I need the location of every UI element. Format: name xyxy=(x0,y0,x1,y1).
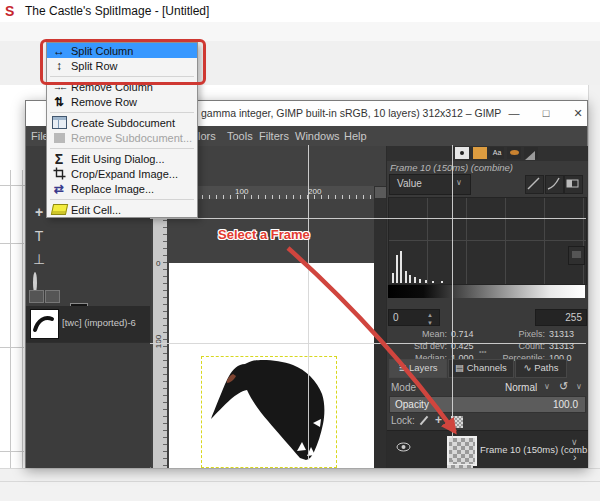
range-high-input[interactable]: 255 xyxy=(535,309,587,326)
image-thumbnail-panel: [twc] (imported)-6 xyxy=(26,306,150,342)
app-title: The Castle's SplitImage - [Untitled] xyxy=(25,4,209,18)
stat-label: Pixels: xyxy=(485,329,545,339)
tab-channels-label: Channels xyxy=(467,362,507,373)
tab-layers[interactable]: ≣ Layers xyxy=(389,359,447,378)
tab-channels[interactable]: ▤ Channels xyxy=(448,359,514,378)
crop-icon xyxy=(47,167,71,180)
histogram-tab-icon[interactable] xyxy=(524,147,538,159)
guide-line-horizontal xyxy=(150,218,586,219)
grid-line xyxy=(0,243,24,244)
remove-row-icon: ⇅ xyxy=(47,95,71,109)
minimize-icon[interactable]: — xyxy=(502,101,526,126)
histogram-bar xyxy=(419,279,421,283)
layer-list: Frame 10 (150ms) (comb ∨ › xyxy=(387,430,588,468)
panel-handle-icon[interactable]: ••• xyxy=(479,348,486,355)
menu-item-crop-expand-image[interactable]: Crop/Expand Image... xyxy=(47,166,197,181)
mode-value[interactable]: Normal xyxy=(505,382,537,393)
opacity-label: Opacity xyxy=(395,399,429,410)
guide-line-vertical xyxy=(452,145,453,460)
close-icon[interactable]: ✕ xyxy=(566,101,590,126)
transform-tool-icon[interactable]: T xyxy=(30,228,48,244)
align-tool-icon[interactable]: ⊥ xyxy=(30,251,48,267)
compact-view-icon[interactable] xyxy=(564,175,583,194)
opacity-slider[interactable]: Opacity 100.0 xyxy=(389,396,586,413)
log-histogram-icon[interactable] xyxy=(545,175,564,194)
colors-tab-icon[interactable] xyxy=(473,147,487,159)
histogram-bar xyxy=(392,273,394,283)
bird-image xyxy=(204,359,331,460)
gimp-menu-filters[interactable]: Filters xyxy=(259,130,289,142)
linear-histogram-icon[interactable] xyxy=(525,175,544,194)
channel-select[interactable]: Value ∨ xyxy=(389,174,471,195)
ruler-label: 100 xyxy=(235,187,248,196)
tool-options-empty xyxy=(26,342,150,468)
canvas-right-strip xyxy=(374,186,386,468)
tab-layers-label: Layers xyxy=(409,362,438,373)
menu-item-edit-using-dialog[interactable]: Σ Edit Using Dialog... xyxy=(47,151,197,166)
fonts-tab-icon[interactable]: Aa xyxy=(490,147,504,159)
create-subdocument-icon xyxy=(47,116,71,129)
paths-tab-icon: ∿ xyxy=(524,362,532,373)
expand-right-icon[interactable]: › xyxy=(573,451,577,463)
menu-separator xyxy=(47,109,197,115)
range-low-input[interactable]: 0 ▲ ▼ xyxy=(388,309,440,326)
histogram-bar xyxy=(409,275,411,283)
menu-item-remove-row[interactable]: ⇅ Remove Row xyxy=(47,94,197,109)
tool-option-icon[interactable] xyxy=(29,290,44,303)
ruler-label: 100 xyxy=(154,335,163,348)
lock-position-icon[interactable]: + xyxy=(435,413,442,427)
ruler-label: 200 xyxy=(308,187,321,196)
remove-subdocument-icon xyxy=(47,133,71,143)
menu-item-create-subdocument[interactable]: Create Subdocument xyxy=(47,115,197,130)
vertical-scrollbar[interactable]: ▲ ▼ xyxy=(588,85,600,468)
histogram-bar xyxy=(414,277,416,283)
tab-paths[interactable]: ∿ Paths xyxy=(515,359,567,378)
app-logo-icon: S xyxy=(5,3,14,19)
pointer-tab-icon[interactable] xyxy=(455,147,469,159)
status-bar: ◢ xyxy=(0,481,600,501)
image-thumbnail-label: [twc] (imported)-6 xyxy=(62,317,136,328)
annotation-highlight-box xyxy=(40,39,206,85)
gimp-menu-help[interactable]: Help xyxy=(344,130,367,142)
horizontal-scrollbar[interactable]: ◀ ▶ xyxy=(0,468,600,482)
stat-value: 31313 xyxy=(549,329,574,339)
brushes-tab-icon[interactable] xyxy=(507,147,521,159)
menu-separator xyxy=(47,145,197,151)
menu-item-edit-cell[interactable]: Edit Cell... xyxy=(47,202,197,217)
horizontal-ruler: 100 200 xyxy=(167,186,386,199)
opacity-value: 100.0 xyxy=(553,399,578,410)
range-high-value: 255 xyxy=(565,312,586,323)
lock-pixels-icon[interactable] xyxy=(420,416,429,426)
channels-tab-icon: ▤ xyxy=(455,362,464,373)
dock-tab-icons: Aa xyxy=(387,146,588,161)
tab-paths-label: Paths xyxy=(534,362,558,373)
zoom-button-icon[interactable] xyxy=(375,187,386,198)
image-thumbnail[interactable] xyxy=(30,309,59,339)
grid-line xyxy=(0,451,24,452)
scroll-down-icon[interactable]: ∨ xyxy=(571,437,578,447)
reset-icon[interactable]: ↺ xyxy=(559,380,568,393)
tool-option-icon[interactable] xyxy=(45,290,60,303)
menu-item-label: Edit Using Dialog... xyxy=(71,153,165,165)
menu-item-label: Replace Image... xyxy=(71,183,154,195)
histogram-gradient xyxy=(388,285,585,298)
ruler-label: 0 xyxy=(156,259,160,268)
vertical-ruler: 0 100 xyxy=(153,199,167,468)
chevron-down-icon[interactable]: ∨ xyxy=(544,382,550,391)
layer-thumbnail-partial[interactable] xyxy=(447,465,473,468)
channel-select-value: Value xyxy=(397,178,422,189)
menu-item-remove-subdocument: Remove Subdocument... xyxy=(47,130,197,145)
maximize-icon[interactable]: □ xyxy=(534,101,558,126)
range-low-value: 0 xyxy=(389,312,399,323)
menu-item-label: Create Subdocument xyxy=(71,117,175,129)
gimp-menu-tools[interactable]: Tools xyxy=(227,130,253,142)
guide-line-vertical xyxy=(308,145,309,460)
dock-collapse-icon[interactable] xyxy=(568,246,585,265)
chevron-down-icon[interactable]: ∨ xyxy=(576,382,582,391)
guide-line-horizontal xyxy=(150,343,586,344)
menu-item-replace-image[interactable]: ⇄ Replace Image... xyxy=(47,181,197,196)
eye-icon[interactable] xyxy=(396,442,411,452)
histogram-bar xyxy=(396,255,398,283)
gimp-menu-windows[interactable]: Windows xyxy=(295,130,340,142)
gimp-right-dock: Aa Frame 10 (150ms) (combine) Value ∨ xyxy=(386,146,588,468)
